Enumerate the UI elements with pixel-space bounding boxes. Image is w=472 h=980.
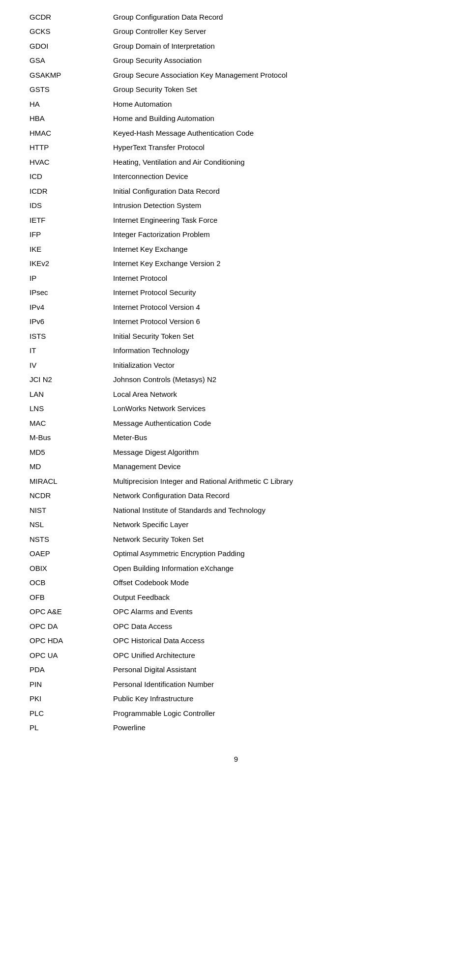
definition-cell: Message Digest Algorithm [108,445,442,460]
definition-cell: Public Key Infrastructure [108,692,442,707]
definition-cell: Internet Protocol Security [108,286,442,300]
table-row: ISTSInitial Security Token Set [30,329,442,344]
abbreviation-cell: OPC UA [30,648,108,663]
abbreviation-cell: PIN [30,677,108,692]
abbreviation-cell: IP [30,271,108,286]
definition-cell: Message Authentication Code [108,416,442,431]
abbreviation-cell: PLC [30,706,108,721]
abbreviation-cell: MIRACL [30,474,108,489]
table-row: LNSLonWorks Network Services [30,402,442,416]
table-row: ICDInterconnection Device [30,170,442,184]
definition-cell: Initial Security Token Set [108,329,442,344]
table-row: LANLocal Area Network [30,387,442,402]
table-row: OPC A&EOPC Alarms and Events [30,605,442,620]
table-row: IKEInternet Key Exchange [30,242,442,257]
abbreviation-cell: IT [30,344,108,358]
abbreviation-cell: NIST [30,503,108,518]
definition-cell: Network Security Token Set [108,532,442,547]
abbreviation-cell: HVAC [30,155,108,170]
definition-cell: OPC Unified Architecture [108,648,442,663]
definition-cell: Internet Protocol [108,271,442,286]
table-row: GSAGroup Security Association [30,54,442,68]
abbreviation-cell: ICDR [30,184,108,199]
abbreviation-cell: IFP [30,228,108,242]
abbreviation-cell: IDS [30,199,108,213]
definition-cell: OPC Historical Data Access [108,634,442,649]
abbreviation-cell: GSA [30,54,108,68]
table-row: OCBOffset Codebook Mode [30,576,442,591]
definition-cell: Group Controller Key Server [108,25,442,39]
definition-cell: Meter-Bus [108,431,442,445]
definition-cell: Group Security Association [108,54,442,68]
abbreviation-cell: MAC [30,416,108,431]
abbreviation-cell: GCKS [30,25,108,39]
definition-cell: Powerline [108,721,442,736]
definition-cell: Personal Identification Number [108,677,442,692]
table-row: GCKSGroup Controller Key Server [30,25,442,39]
table-row: OPC DAOPC Data Access [30,619,442,634]
table-row: OPC UAOPC Unified Architecture [30,648,442,663]
definition-cell: Optimal Asymmetric Encryption Padding [108,547,442,562]
table-row: M-BusMeter-Bus [30,431,442,445]
abbreviation-cell: JCI N2 [30,373,108,387]
abbreviation-cell: GCDR [30,10,108,25]
definition-cell: Internet Protocol Version 4 [108,300,442,315]
table-row: JCI N2Johnson Controls (Metasys) N2 [30,373,442,387]
abbreviation-cell: NCDR [30,489,108,504]
abbreviation-cell: PL [30,721,108,736]
abbreviation-cell: NSL [30,518,108,533]
table-row: GSAKMPGroup Secure Association Key Manag… [30,68,442,83]
abbreviation-cell: HBA [30,112,108,126]
definition-cell: Personal Digital Assistant [108,663,442,678]
table-row: PKIPublic Key Infrastructure [30,692,442,707]
abbreviation-cell: LAN [30,387,108,402]
abbreviation-cell: HTTP [30,141,108,155]
definition-cell: Internet Key Exchange [108,242,442,257]
abbreviation-cell: OFB [30,590,108,605]
abbreviation-cell: IKEv2 [30,257,108,271]
definition-cell: Home and Building Automation [108,112,442,126]
table-row: ITInformation Technology [30,344,442,358]
acronym-table: GCDRGroup Configuration Data RecordGCKSG… [30,10,442,735]
abbreviation-cell: M-Bus [30,431,108,445]
abbreviation-cell: IKE [30,242,108,257]
table-row: IVInitialization Vector [30,358,442,373]
definition-cell: Heating, Ventilation and Air Conditionin… [108,155,442,170]
abbreviation-cell: OAEP [30,547,108,562]
abbreviation-cell: GSTS [30,83,108,97]
abbreviation-cell: ISTS [30,329,108,344]
abbreviation-cell: IPsec [30,286,108,300]
abbreviation-cell: MD5 [30,445,108,460]
abbreviation-cell: ICD [30,170,108,184]
table-row: OAEPOptimal Asymmetric Encryption Paddin… [30,547,442,562]
definition-cell: Group Domain of Interpretation [108,39,442,54]
definition-cell: OPC Alarms and Events [108,605,442,620]
definition-cell: Information Technology [108,344,442,358]
table-row: HMACKeyed-Hash Message Authentication Co… [30,126,442,141]
table-row: MIRACLMultiprecision Integer and Rationa… [30,474,442,489]
definition-cell: HyperText Transfer Protocol [108,141,442,155]
abbreviation-cell: OPC DA [30,619,108,634]
table-row: IPsecInternet Protocol Security [30,286,442,300]
definition-cell: National Institute of Standards and Tech… [108,503,442,518]
definition-cell: Intrusion Detection System [108,199,442,213]
definition-cell: OPC Data Access [108,619,442,634]
abbreviation-cell: HMAC [30,126,108,141]
definition-cell: Output Feedback [108,590,442,605]
definition-cell: Management Device [108,460,442,475]
table-row: NCDRNetwork Configuration Data Record [30,489,442,504]
definition-cell: Internet Key Exchange Version 2 [108,257,442,271]
definition-cell: Open Building Information eXchange [108,561,442,576]
abbreviation-cell: IPv6 [30,315,108,329]
definition-cell: Multiprecision Integer and Rational Arit… [108,474,442,489]
page-number: 9 [30,755,442,763]
definition-cell: Offset Codebook Mode [108,576,442,591]
table-row: IPv6Internet Protocol Version 6 [30,315,442,329]
abbreviation-cell: IETF [30,213,108,228]
table-row: PINPersonal Identification Number [30,677,442,692]
abbreviation-cell: PDA [30,663,108,678]
table-row: IETFInternet Engineering Task Force [30,213,442,228]
table-row: OBIXOpen Building Information eXchange [30,561,442,576]
abbreviation-cell: HA [30,97,108,112]
definition-cell: Initial Configuration Data Record [108,184,442,199]
